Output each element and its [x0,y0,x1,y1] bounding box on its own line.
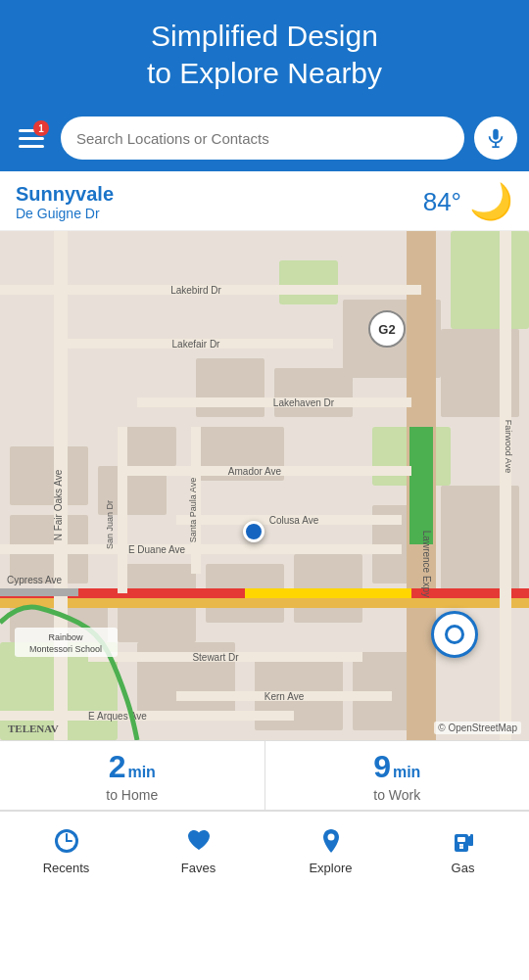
svg-rect-7 [451,231,529,329]
eta-work-unit: min [393,764,420,781]
eta-bar: 2 min to Home 9 min to Work [0,740,529,811]
eta-work[interactable]: 9 min to Work [265,741,530,810]
street-name: De Guigne Dr [16,206,114,221]
svg-rect-4 [279,260,338,304]
svg-rect-73 [455,834,468,852]
map-svg: N Fair Oaks Ave Lawrence Expy Fairwood A… [0,231,529,740]
svg-text:G2: G2 [378,322,395,337]
svg-rect-57 [0,711,294,721]
map-container[interactable]: N Fair Oaks Ave Lawrence Expy Fairwood A… [0,231,529,740]
svg-text:Amador Ave: Amador Ave [228,466,282,477]
eta-home-unit: min [127,764,155,781]
svg-text:Lakehaven Dr: Lakehaven Dr [273,397,335,408]
location-bar: Sunnyvale De Guigne Dr 84° 🌙 [0,171,529,231]
eta-home-label: to Home [106,787,158,803]
svg-text:Colusa Ave: Colusa Ave [269,515,319,526]
svg-text:San Juan Dr: San Juan Dr [105,500,115,549]
svg-text:N Fair Oaks Ave: N Fair Oaks Ave [53,469,64,540]
nav-item-explore[interactable]: Explore [264,812,397,889]
svg-rect-27 [409,427,421,544]
mic-button[interactable] [474,117,517,160]
gas-pump-icon [449,826,478,856]
nav-item-gas[interactable]: Gas [397,812,529,889]
app-header: Simplified Design to Explore Nearby [0,0,529,107]
search-input[interactable] [76,130,449,147]
nav-label-faves: Faves [181,861,216,875]
eta-work-time: 9 min [373,749,420,785]
heart-icon [184,826,214,856]
current-location-marker [243,521,264,542]
svg-text:Lawrence Expy: Lawrence Expy [421,531,432,597]
nav-item-faves[interactable]: Faves [132,812,264,889]
eta-work-number: 9 [373,749,391,785]
nav-item-recents[interactable]: Recents [0,812,132,889]
svg-rect-31 [245,588,411,598]
svg-rect-0 [493,129,499,140]
search-row: 1 [0,107,529,171]
location-text: Sunnyvale De Guigne Dr [16,183,114,221]
eta-home-number: 2 [109,749,126,785]
location-pin-icon [316,826,346,856]
eta-work-label: to Work [373,787,420,803]
svg-text:E Arques Ave: E Arques Ave [88,711,147,722]
microphone-icon [485,127,506,149]
nav-label-explore: Explore [309,861,352,875]
city-name: Sunnyvale [16,183,114,206]
svg-text:Montessori School: Montessori School [29,644,102,654]
svg-rect-37 [500,231,511,740]
header-title-line2: to Explore Nearby [20,55,509,92]
svg-rect-51 [0,588,78,596]
svg-text:Cypress Ave: Cypress Ave [7,575,62,585]
svg-rect-16 [274,368,353,417]
temperature: 84° [423,187,461,217]
svg-rect-59 [118,427,127,593]
map-logo: TELENAV [8,723,59,734]
nav-label-recents: Recents [43,861,90,875]
svg-text:Rainbow: Rainbow [48,632,83,642]
svg-text:Kern Ave: Kern Ave [264,691,305,702]
svg-rect-8 [10,446,88,505]
svg-text:Stewart Dr: Stewart Dr [192,652,239,663]
svg-rect-28 [421,427,433,544]
search-input-wrapper[interactable] [61,117,464,160]
nav-label-gas: Gas [452,861,475,875]
eta-home[interactable]: 2 min to Home [0,741,265,810]
header-title-line1: Simplified Design [20,18,509,55]
map-attribution: © OpenStreetMap [434,722,521,734]
svg-text:Santa Paula Ave: Santa Paula Ave [188,478,198,542]
svg-rect-33 [0,598,529,608]
menu-badge: 1 [33,120,49,136]
svg-point-72 [327,833,334,840]
eta-home-time: 2 min [109,749,156,785]
weather-info: 84° 🌙 [423,181,513,222]
moon-icon: 🌙 [469,181,513,222]
svg-text:Lakefair Dr: Lakefair Dr [172,339,221,350]
svg-text:E Duane Ave: E Duane Ave [128,544,186,555]
destination-marker [431,611,478,658]
svg-text:Lakebird Dr: Lakebird Dr [170,285,221,296]
bottom-nav: Recents Faves Explore Gas [0,811,529,889]
svg-rect-76 [470,834,473,838]
svg-rect-74 [457,837,465,842]
svg-rect-15 [196,358,264,417]
menu-button[interactable]: 1 [12,118,51,158]
svg-text:Fairwood Ave: Fairwood Ave [504,420,513,473]
clock-icon [52,826,81,856]
